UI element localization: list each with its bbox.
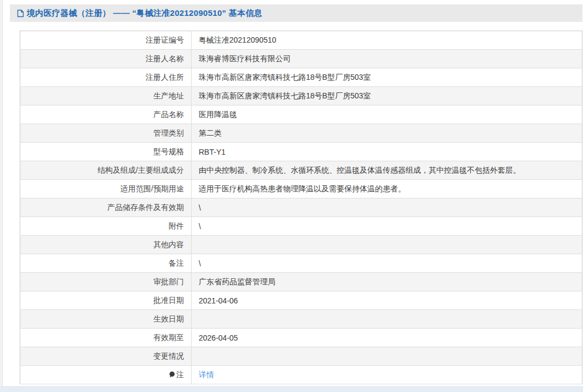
row-label: 审批部门 xyxy=(20,273,192,291)
row-label-text: 适用范围/预期用途 xyxy=(120,184,184,193)
table-row: 注册证编号粤械注准20212090510 xyxy=(20,31,582,50)
row-label: 适用范围/预期用途 xyxy=(20,180,192,198)
table-row: 注详情 xyxy=(20,366,582,384)
row-value: 珠海市高新区唐家湾镇科技七路18号B型厂房503室 xyxy=(192,87,582,106)
row-label-text: 审批部门 xyxy=(153,277,184,286)
row-value-text: 2026-04-05 xyxy=(199,334,238,342)
row-value-text: \ xyxy=(199,222,201,231)
info-table: 注册证编号粤械注准20212090510注册人名称珠海睿博医疗科技有限公司注册人… xyxy=(20,31,582,384)
row-label-text: 有效期至 xyxy=(153,333,184,342)
row-value-text: 第二类 xyxy=(199,128,222,137)
row-label: 批准日期 xyxy=(20,291,192,310)
row-value xyxy=(192,236,582,254)
row-label: 备注 xyxy=(20,254,192,273)
row-label-text: 附件 xyxy=(169,221,184,230)
table-row: 其他内容 xyxy=(20,236,582,254)
info-table-wrap: 注册证编号粤械注准20212090510注册人名称珠海睿博医疗科技有限公司注册人… xyxy=(20,31,582,384)
table-row: 生产地址珠海市高新区唐家湾镇科技七路18号B型厂房503室 xyxy=(20,87,582,106)
row-label: 变更情况 xyxy=(20,347,192,366)
row-label: 型号规格 xyxy=(20,143,192,161)
row-value-text: 珠海市高新区唐家湾镇科技七路18号B型厂房503室 xyxy=(199,73,371,81)
row-label: 产品名称 xyxy=(20,106,192,124)
row-value-text: 医用降温毯 xyxy=(199,110,237,119)
row-value xyxy=(192,347,582,366)
table-row: 备注\ xyxy=(20,254,582,273)
row-label: 注册证编号 xyxy=(20,31,192,50)
table-row: 注册人名称珠海睿博医疗科技有限公司 xyxy=(20,50,582,68)
row-label: 结构及组成/主要组成成分 xyxy=(20,161,192,180)
row-value: 详情 xyxy=(192,366,582,384)
row-value: \ xyxy=(192,254,582,273)
row-value: \ xyxy=(192,198,582,217)
row-label: 管理类别 xyxy=(20,124,192,143)
row-value: 珠海市高新区唐家湾镇科技七路18号B型厂房503室 xyxy=(192,68,582,87)
row-value-text: 由中央控制器、制冷系统、水循环系统、控温毯及体温传感器组成，其中控温毯不包括外套… xyxy=(199,166,521,174)
row-value-text: RBT-Y1 xyxy=(199,148,226,156)
table-row: 审批部门广东省药品监督管理局 xyxy=(20,273,582,291)
row-value: 2026-04-05 xyxy=(192,329,582,347)
table-row: 管理类别第二类 xyxy=(20,124,582,143)
row-label: 生效日期 xyxy=(20,310,192,329)
row-value: 粤械注准20212090510 xyxy=(192,31,582,50)
row-label-text: 注册证编号 xyxy=(146,36,184,44)
row-label: 产品储存条件及有效期 xyxy=(20,198,192,217)
row-label: 生产地址 xyxy=(20,87,192,106)
row-label-text: 管理类别 xyxy=(153,128,184,137)
row-value: 2021-04-06 xyxy=(192,291,582,310)
row-label-text: 结构及组成/主要组成成分 xyxy=(97,166,184,174)
table-row: 型号规格RBT-Y1 xyxy=(20,143,582,161)
row-label: 注册人住所 xyxy=(20,68,192,87)
row-label: 附件 xyxy=(20,217,192,236)
row-value-text: 适用于医疗机构高热患者物理降温以及需要保持体温的患者。 xyxy=(199,184,406,193)
header-bar: 境内医疗器械（注册） —— “粤械注准20212090510” 基本信息 xyxy=(10,4,582,22)
row-value: 第二类 xyxy=(192,124,582,143)
note-icon xyxy=(169,371,175,380)
row-label-text: 产品名称 xyxy=(153,110,184,119)
bottom-strip xyxy=(0,386,583,392)
row-label-text: 批准日期 xyxy=(153,296,184,305)
row-value-text: 粤械注准20212090510 xyxy=(199,36,276,44)
row-label-text: 生产地址 xyxy=(153,91,184,100)
row-label-text: 其他内容 xyxy=(153,240,184,249)
table-row: 生效日期 xyxy=(20,310,582,329)
row-value: 适用于医疗机构高热患者物理降温以及需要保持体温的患者。 xyxy=(192,180,582,198)
row-value-text: 广东省药品监督管理局 xyxy=(199,277,275,286)
table-row: 结构及组成/主要组成成分由中央控制器、制冷系统、水循环系统、控温毯及体温传感器组… xyxy=(20,161,582,180)
page-title: 境内医疗器械（注册） —— “粤械注准20212090510” 基本信息 xyxy=(27,8,262,19)
row-value-text: \ xyxy=(199,259,201,268)
table-row: 附件\ xyxy=(20,217,582,236)
row-label-text: 生效日期 xyxy=(153,314,184,323)
row-label-text: 注册人名称 xyxy=(146,54,184,63)
row-value: 珠海睿博医疗科技有限公司 xyxy=(192,50,582,68)
table-row: 变更情况 xyxy=(20,347,582,366)
table-row: 有效期至2026-04-05 xyxy=(20,329,582,347)
row-value: 医用降温毯 xyxy=(192,106,582,124)
row-value-text: 珠海睿博医疗科技有限公司 xyxy=(199,54,291,63)
row-label-text: 产品储存条件及有效期 xyxy=(107,203,184,212)
row-label-text: 型号规格 xyxy=(153,147,184,156)
row-value-text: 2021-04-06 xyxy=(199,296,238,305)
row-value: 由中央控制器、制冷系统、水循环系统、控温毯及体温传感器组成，其中控温毯不包括外套… xyxy=(192,161,582,180)
document-icon xyxy=(17,9,24,17)
left-gutter xyxy=(0,0,3,392)
table-row: 适用范围/预期用途适用于医疗机构高热患者物理降温以及需要保持体温的患者。 xyxy=(20,180,582,198)
row-label-text: 备注 xyxy=(169,259,184,267)
table-row: 产品名称医用降温毯 xyxy=(20,106,582,124)
row-value: \ xyxy=(192,217,582,236)
row-label: 有效期至 xyxy=(20,329,192,347)
details-link[interactable]: 详情 xyxy=(199,370,214,379)
table-row: 产品储存条件及有效期\ xyxy=(20,198,582,217)
row-label-text: 注册人住所 xyxy=(146,73,184,81)
row-value: RBT-Y1 xyxy=(192,143,582,161)
row-value: 广东省药品监督管理局 xyxy=(192,273,582,291)
row-label: 注册人名称 xyxy=(20,50,192,68)
table-row: 批准日期2021-04-06 xyxy=(20,291,582,310)
row-label: 其他内容 xyxy=(20,236,192,254)
row-label: 注 xyxy=(20,366,192,384)
row-value-text: \ xyxy=(199,203,201,212)
row-value-text: 珠海市高新区唐家湾镇科技七路18号B型厂房503室 xyxy=(199,91,371,100)
row-label-text: 变更情况 xyxy=(153,352,184,360)
row-value xyxy=(192,310,582,329)
table-row: 注册人住所珠海市高新区唐家湾镇科技七路18号B型厂房503室 xyxy=(20,68,582,87)
row-label-text: 注 xyxy=(176,370,184,379)
